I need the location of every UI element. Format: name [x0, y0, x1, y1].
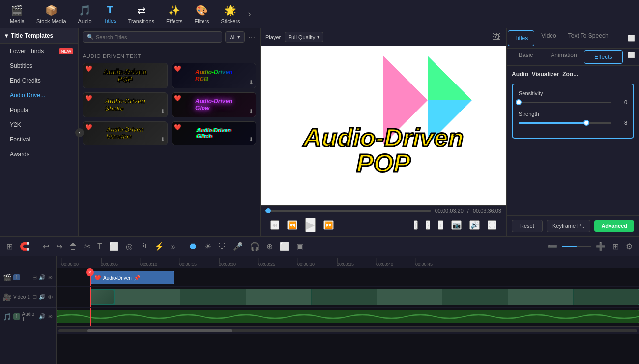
- tl-sun-button[interactable]: ☀: [202, 240, 214, 252]
- rpanel-subtab-effects[interactable]: Effects: [584, 50, 623, 64]
- tl-undo-button[interactable]: ↩: [40, 240, 52, 252]
- toolbar-media[interactable]: 🎬 Media: [4, 2, 30, 26]
- vthumb: [180, 289, 246, 305]
- tl-audio-mute[interactable]: 🔊: [39, 313, 46, 320]
- toolbar-effects[interactable]: ✨ Effects: [160, 2, 188, 26]
- sidebar-item-end-credits[interactable]: End Credits: [0, 73, 78, 88]
- zoom-in-button[interactable]: ➕: [593, 240, 608, 252]
- tl-title-eye[interactable]: 👁: [48, 275, 53, 280]
- panel-header[interactable]: ▾ Title Templates: [0, 28, 78, 44]
- progress-bar[interactable]: [265, 210, 431, 212]
- play-button[interactable]: ▶: [305, 218, 316, 232]
- sidebar-item-popular[interactable]: Popular: [0, 103, 78, 117]
- sensitivity-value: 0: [615, 99, 627, 105]
- tl-audio-button[interactable]: 🎧: [247, 240, 262, 252]
- reset-button[interactable]: Reset: [512, 220, 543, 232]
- tl-title-collapse[interactable]: ⊟: [32, 274, 37, 280]
- step-back-button[interactable]: ⏪: [287, 220, 297, 230]
- toolbar-filters[interactable]: 🎨 Filters: [188, 2, 215, 26]
- toolbar-titles[interactable]: T Titles: [98, 2, 122, 26]
- tl-clock-button[interactable]: ⏱: [137, 241, 150, 252]
- more-options-button[interactable]: ···: [248, 32, 256, 43]
- scrollbar-track[interactable]: [58, 329, 637, 332]
- tl-shape-button[interactable]: ◎: [123, 240, 135, 252]
- collapse-panel-button[interactable]: ‹: [75, 128, 84, 137]
- advanced-button[interactable]: Advanced: [594, 220, 634, 232]
- step-forward-button[interactable]: ⏩: [323, 220, 334, 230]
- tl-record-button[interactable]: ⏺: [186, 240, 200, 253]
- fullscreen-button[interactable]: ⛶: [488, 220, 496, 230]
- tl-grid-icon[interactable]: ⊞: [4, 240, 15, 252]
- title-card-rgb[interactable]: ❤️ Audio-DrivenRGB ⬇ Audio Driven RGB Ti…: [172, 63, 257, 88]
- sidebar-item-lower-thirds[interactable]: Lower Thirds NEW: [0, 44, 78, 58]
- toolbar-stock-media[interactable]: 📦 Stock Media: [30, 2, 72, 26]
- tl-shield-button[interactable]: 🛡: [216, 241, 229, 252]
- tl-split-button[interactable]: ⚡: [152, 240, 167, 252]
- rpanel-tab-video[interactable]: Video: [535, 28, 562, 48]
- title-card-vibration[interactable]: ❤️ Audio-DrivenVibration ⬇ Audio Driven …: [83, 121, 168, 145]
- snapshot-button[interactable]: 📷: [451, 220, 462, 230]
- filter-button[interactable]: All ▾: [225, 31, 244, 43]
- sidebar-item-audio-driven[interactable]: Audio Drive...: [0, 88, 78, 103]
- tl-screen-btn[interactable]: ▣: [294, 240, 306, 252]
- tl-video-eye[interactable]: 👁: [48, 294, 53, 300]
- tl-audio-eye[interactable]: 👁: [48, 314, 53, 320]
- tl-group-button[interactable]: ⊕: [264, 240, 275, 252]
- sensitivity-track[interactable]: [519, 102, 611, 103]
- tl-cut-button[interactable]: ✂: [82, 240, 93, 252]
- title-card-glitch[interactable]: ❤️ Audio-DrivenGlitch ⬇ Audio Driven Gli…: [172, 121, 257, 145]
- playhead-line-audio: [90, 308, 91, 326]
- rewind-button[interactable]: ⏮: [270, 220, 279, 230]
- strength-track[interactable]: [519, 122, 611, 124]
- mark-in-button[interactable]: {: [414, 220, 418, 230]
- volume-button[interactable]: 🔊: [469, 220, 480, 230]
- tl-text-button[interactable]: T: [95, 241, 105, 252]
- rpanel-subtab-animation[interactable]: Animation: [545, 49, 582, 65]
- title-card-shake[interactable]: ❤️ Audio-DrivenShake ⬇ Audio Driven Shak…: [83, 92, 168, 117]
- player-icon-image[interactable]: 🖼: [492, 32, 501, 43]
- time-separator: /: [467, 208, 469, 214]
- tl-video-collapse[interactable]: ⊟: [32, 294, 37, 300]
- rpanel-subtab-icon[interactable]: ⬜: [624, 49, 639, 65]
- video-clip[interactable]: [90, 289, 639, 305]
- sidebar-item-awards[interactable]: Awards: [0, 147, 78, 162]
- rpanel-tab-text-to-speech[interactable]: Text To Speech: [562, 28, 614, 48]
- rpanel-tab-titles[interactable]: Titles: [508, 30, 534, 46]
- mark-out-button[interactable]: }: [426, 220, 430, 230]
- sidebar-item-subtitles[interactable]: Subtitles: [0, 58, 78, 73]
- tl-title-mute[interactable]: 🔊: [39, 274, 46, 280]
- sidebar-item-festival[interactable]: Festival: [0, 132, 78, 147]
- sidebar-item-y2k[interactable]: Y2K: [0, 117, 78, 132]
- sidebar-festival-label: Festival: [10, 136, 30, 143]
- title-card-glow[interactable]: ❤️ Audio-DrivenGlow ⬇ Audio Driven Glow …: [172, 92, 257, 117]
- quality-select[interactable]: Full Quality ▾: [285, 32, 323, 42]
- audio-clip[interactable]: [57, 310, 639, 323]
- strength-fill: [519, 122, 586, 124]
- title-card-pop[interactable]: ❤️ Audio-DrivenPOP Audio Driven Pop Titl…: [83, 63, 168, 88]
- tl-redo-button[interactable]: ↪: [54, 240, 65, 252]
- card-label-pop: Audio Driven Pop Title: [83, 88, 167, 88]
- tl-delete-button[interactable]: 🗑: [67, 241, 80, 252]
- rpanel-subtab-basic[interactable]: Basic: [507, 49, 545, 65]
- tl-crop-button[interactable]: ⬜: [107, 240, 121, 252]
- zoom-out-button[interactable]: ➖: [545, 240, 560, 252]
- toolbar-more-arrow[interactable]: ›: [246, 7, 253, 21]
- keyframe-button[interactable]: Keyframe P...: [547, 220, 591, 232]
- tl-grid-view-button[interactable]: ⊞: [610, 240, 621, 252]
- scrollbar-thumb[interactable]: [87, 329, 232, 332]
- tl-more-button[interactable]: »: [169, 241, 178, 252]
- zoom-slider[interactable]: [562, 246, 591, 247]
- tl-magnet-icon[interactable]: 🧲: [17, 240, 32, 252]
- toolbar-audio[interactable]: 🎵 Audio: [72, 2, 98, 26]
- title-clip[interactable]: ❤️ Audio-Driven 📌: [91, 271, 174, 284]
- tl-video-mute[interactable]: 🔊: [39, 294, 46, 300]
- insert-button[interactable]: ↕: [438, 220, 443, 230]
- right-panel-icon-btn[interactable]: ⬜: [624, 31, 639, 46]
- toolbar-stickers[interactable]: 🌟 Stickers: [215, 2, 246, 26]
- tl-add-track-button[interactable]: ⬜: [277, 240, 292, 252]
- search-input[interactable]: [96, 34, 218, 40]
- tl-mic-button[interactable]: 🎤: [231, 240, 245, 252]
- toolbar-transitions[interactable]: ⇄ Transitions: [122, 2, 160, 26]
- tl-settings-button[interactable]: ⚙: [623, 240, 635, 252]
- search-box[interactable]: 🔍: [83, 31, 222, 43]
